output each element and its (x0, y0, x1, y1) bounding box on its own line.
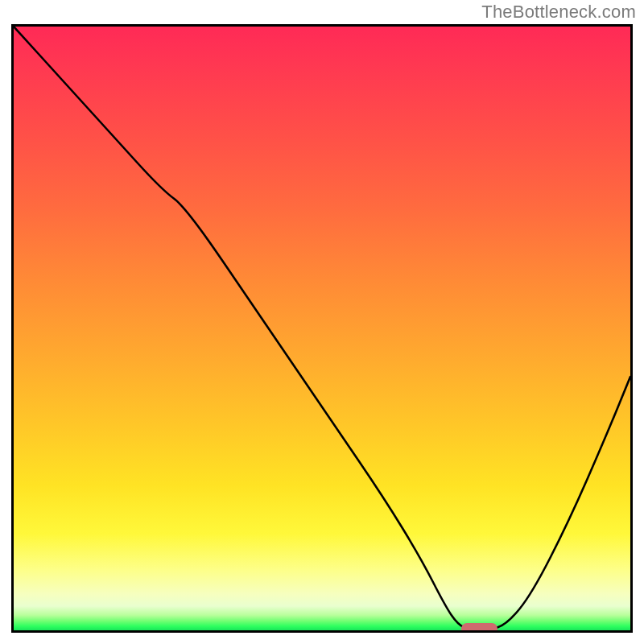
chart-stage: TheBottleneck.com (0, 0, 644, 644)
watermark-label: TheBottleneck.com (481, 2, 636, 23)
curve-layer (14, 27, 630, 630)
optimal-marker (461, 623, 497, 633)
plot-frame (11, 24, 633, 633)
bottleneck-curve-path (14, 27, 630, 630)
